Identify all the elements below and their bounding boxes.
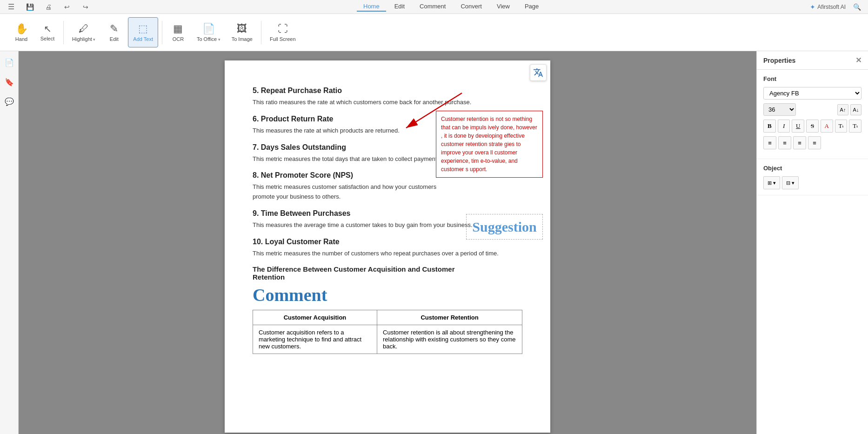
strikethrough-button[interactable]: S (806, 120, 819, 133)
subscript-button[interactable]: Ts (849, 120, 861, 133)
diff-heading: The Difference Between Customer Acquisit… (253, 265, 485, 281)
font-size-buttons: A↑ A↓ (837, 104, 861, 115)
object-section: Object ⊞ ▾ ⊟ ▾ (757, 159, 868, 195)
tool-ocr[interactable]: ▦ OCR (166, 17, 190, 47)
hamburger-menu-icon[interactable] (5, 0, 18, 13)
tool-full-screen[interactable]: ⛶ Full Screen (265, 17, 300, 47)
floating-annotation-box: Customer retention is not so mething tha… (436, 111, 543, 178)
tool-edit[interactable]: ✎ Edit (102, 17, 126, 47)
ai-star-icon: ✦ (810, 3, 815, 11)
suggestion-text: Suggestion (472, 219, 536, 235)
font-size-decrease-button[interactable]: A↓ (850, 104, 861, 115)
tab-home[interactable]: Home (357, 2, 386, 12)
section-8-para: This metric measures customer satisfacti… (253, 182, 453, 202)
tool-add-text[interactable]: ⬚ Add Text (128, 17, 158, 47)
redo-icon[interactable] (79, 0, 92, 13)
translate-button[interactable] (530, 64, 547, 81)
ocr-label: OCR (173, 36, 184, 42)
format-row: B I U S A Ts Ts (763, 120, 861, 133)
underline-button[interactable]: U (792, 120, 804, 133)
edit-label: Edit (110, 36, 119, 42)
tool-to-office[interactable]: 📄 To Office ▾ (192, 17, 225, 47)
to-image-icon: 🖼 (237, 23, 247, 35)
to-image-label: To Image (232, 36, 253, 42)
search-icon[interactable] (850, 0, 863, 13)
left-sidebar: 📄 🔖 💬 (0, 51, 19, 434)
print-icon[interactable] (42, 0, 55, 13)
object-distribute-button[interactable]: ⊟ ▾ (782, 176, 799, 189)
pdf-section-5: 5. Repeat Purchase Ratio This ratio meas… (253, 87, 522, 107)
toolbar-separator-3 (261, 21, 261, 44)
undo-icon[interactable] (60, 0, 73, 13)
add-text-icon: ⬚ (138, 23, 148, 35)
font-size-increase-button[interactable]: A↑ (837, 104, 848, 115)
properties-title: Properties (763, 57, 795, 64)
pdf-page: Customer retention is not so mething tha… (225, 60, 550, 433)
align-center-button[interactable]: ≡ (778, 136, 791, 149)
tab-page[interactable]: Page (518, 2, 545, 12)
full-screen-icon: ⛶ (278, 23, 288, 35)
select-icon: ↖ (44, 23, 52, 34)
table-row: Customer acquisition refers to a marketi… (253, 325, 522, 354)
pdf-area[interactable]: Customer retention is not so mething tha… (19, 51, 756, 434)
sidebar-bookmarks-icon[interactable]: 🔖 (3, 75, 16, 88)
font-select-row: Agency FB (763, 87, 861, 100)
to-office-icon: 📄 (202, 23, 215, 35)
menu-bar-right: ✦ Afirstsoft AI (810, 0, 863, 13)
save-icon[interactable] (23, 0, 36, 13)
superscript-button[interactable]: Ts (835, 120, 848, 133)
add-text-label: Add Text (133, 36, 153, 42)
menu-bar: Home Edit Comment Convert View Page ✦ Af… (0, 0, 868, 14)
align-justify-button[interactable]: ≡ (808, 136, 821, 149)
suggestion-box: Suggestion (466, 214, 543, 240)
pdf-section-10: 10. Loyal Customer Rate This metric meas… (253, 238, 522, 259)
align-left-button[interactable]: ≡ (763, 136, 776, 149)
menu-tabs: Home Edit Comment Convert View Page (100, 2, 802, 12)
section-5-para: This ratio measures the rate at which cu… (253, 98, 522, 107)
bold-button[interactable]: B (763, 120, 776, 133)
object-align-button[interactable]: ⊞ ▾ (763, 176, 780, 189)
hand-label: Hand (15, 36, 27, 42)
ai-label: Afirstsoft AI (817, 4, 846, 10)
font-color-button[interactable]: A (821, 120, 833, 133)
table-header-retention: Customer Retention (377, 310, 522, 325)
tab-edit[interactable]: Edit (388, 2, 411, 12)
object-row: ⊞ ▾ ⊟ ▾ (763, 176, 861, 189)
tool-highlight[interactable]: 🖊 Highlight ▾ (67, 17, 100, 47)
tab-convert[interactable]: Convert (454, 2, 488, 12)
font-section: Font Agency FB 36 A↑ A↓ B I U S (757, 70, 868, 159)
full-screen-label: Full Screen (270, 36, 296, 42)
highlight-label: Highlight ▾ (72, 36, 95, 42)
highlight-icon: 🖊 (79, 23, 89, 35)
section-10-para: This metric measures the number of custo… (253, 249, 522, 259)
tab-view[interactable]: View (490, 2, 516, 12)
toolbar-separator-2 (162, 21, 162, 44)
tool-select[interactable]: ↖ Select (35, 17, 60, 47)
select-label: Select (40, 36, 55, 41)
tab-comment[interactable]: Comment (413, 2, 452, 12)
italic-button[interactable]: I (778, 120, 790, 133)
ocr-icon: ▦ (173, 23, 183, 35)
align-row: ≡ ≡ ≡ ≡ (763, 136, 861, 149)
close-properties-button[interactable]: ✕ (855, 56, 861, 65)
font-size-row: 36 A↑ A↓ (763, 103, 861, 116)
table-cell-retention: Customer retention is all about strength… (377, 325, 522, 354)
toolbar: ✋ Hand ↖ Select 🖊 Highlight ▾ ✎ Edit ⬚ A… (0, 14, 868, 51)
toolbar-separator-1 (63, 21, 64, 44)
hand-icon: ✋ (15, 23, 28, 35)
properties-panel: Properties ✕ Font Agency FB 36 A↑ A↓ (756, 51, 868, 434)
sidebar-pages-icon[interactable]: 📄 (3, 56, 16, 69)
align-right-button[interactable]: ≡ (793, 136, 806, 149)
to-office-label: To Office ▾ (197, 36, 220, 42)
main-area: 📄 🔖 💬 Customer retention is not so m (0, 51, 868, 434)
font-size-select[interactable]: 36 (763, 103, 796, 116)
ai-badge[interactable]: ✦ Afirstsoft AI (810, 3, 846, 11)
comparison-table: Customer Acquisition Customer Retention … (253, 310, 522, 354)
tool-to-image[interactable]: 🖼 To Image (227, 17, 257, 47)
font-family-select[interactable]: Agency FB (763, 87, 861, 100)
sidebar-comments-icon[interactable]: 💬 (3, 95, 16, 108)
tool-hand[interactable]: ✋ Hand (9, 17, 33, 47)
table-cell-acquisition: Customer acquisition refers to a marketi… (253, 325, 377, 354)
edit-icon: ✎ (110, 23, 118, 35)
menu-bar-left (5, 0, 92, 13)
